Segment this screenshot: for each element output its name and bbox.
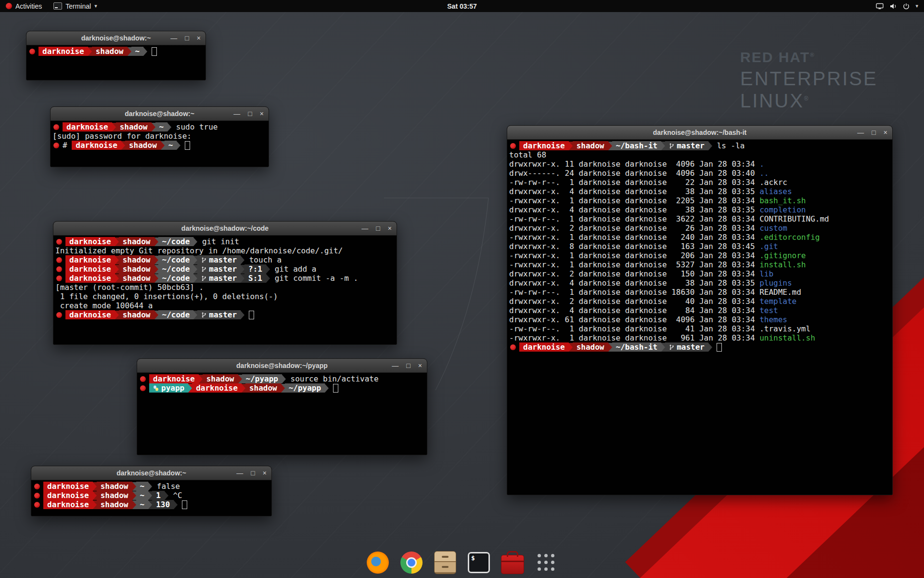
powerline-separator: [266, 265, 270, 274]
minimize-button[interactable]: —: [857, 129, 864, 136]
maximize-button[interactable]: □: [872, 129, 875, 136]
terminal-window-home-1[interactable]: darknoise@shadow:~ — □ × darknoiseshadow…: [26, 31, 206, 80]
powerline-separator: [708, 142, 712, 150]
window-titlebar[interactable]: darknoise@shadow:~/pyapp — □ ×: [137, 359, 427, 373]
dock-chrome-icon[interactable]: [399, 550, 424, 575]
terminal-content[interactable]: darknoiseshadow~ falsedarknoiseshadow~1 …: [31, 480, 271, 516]
terminal-content[interactable]: darknoiseshadow~ sudo true[sudo] passwor…: [51, 121, 269, 167]
terminal-text: .editorconfig: [759, 233, 820, 242]
prompt-segment-host: shadow: [573, 141, 608, 150]
terminal-text: -rwxrwxr-x. 1 darknoise darknoise 5327 J…: [509, 260, 759, 269]
powerline-separator: [88, 47, 92, 56]
gnome-top-bar: Activities Terminal ▾ Sat 03:57 ▾: [0, 0, 924, 12]
powerline-separator: [177, 141, 180, 150]
terminal-window-bash-it[interactable]: darknoise@shadow:~/bash-it — □ × darknoi…: [507, 125, 893, 495]
maximize-button[interactable]: □: [406, 362, 410, 369]
clock[interactable]: Sat 03:57: [447, 2, 476, 10]
terminal-line: 1 file changed, 0 insertions(+), 0 delet…: [55, 292, 395, 301]
prompt-segment-stat: 1: [152, 491, 165, 500]
dock-toolbox-icon[interactable]: [500, 550, 525, 575]
window-titlebar[interactable]: darknoise@shadow:~ — □ ×: [51, 107, 269, 121]
terminal-text: [master (root-commit) 50bcb63] .: [55, 283, 204, 292]
dock-show-applications-icon[interactable]: [534, 550, 559, 575]
powerline-separator: [193, 311, 197, 319]
window-titlebar[interactable]: darknoise@shadow:~ — □ ×: [26, 31, 205, 45]
minimize-button[interactable]: —: [233, 110, 240, 117]
terminal-window-home-2[interactable]: darknoise@shadow:~ — □ × darknoiseshadow…: [31, 466, 272, 516]
terminal-content[interactable]: darknoiseshadow~/code git initInitialize…: [53, 236, 397, 345]
terminal-text: drwxrwxr-x. 61 darknoise darknoise 4096 …: [509, 315, 759, 324]
maximize-button[interactable]: □: [248, 110, 252, 117]
window-controls: — □ ×: [361, 222, 392, 235]
minimize-button[interactable]: —: [236, 470, 243, 476]
prompt-segment-host: shadow: [119, 310, 154, 319]
dock-terminal-icon[interactable]: $: [466, 550, 491, 575]
terminal-text: #: [63, 141, 72, 150]
dock: $: [365, 550, 559, 575]
terminal-text: -rw-rw-r--. 1 darknoise darknoise 3622 J…: [509, 214, 829, 223]
prompt-segment-path: ~: [136, 482, 149, 491]
fedora-prompt-icon: [56, 257, 62, 263]
minimize-button[interactable]: —: [170, 35, 177, 41]
prompt-segment-path: ~/code: [158, 274, 194, 283]
window-titlebar[interactable]: darknoise@shadow:~ — □ ×: [31, 466, 271, 480]
prompt-segment-path: ~/bash-it: [612, 342, 662, 352]
terminal-text: drwxrwxr-x. 2 darknoise darknoise 40 Jan…: [509, 297, 759, 306]
activities-button[interactable]: Activities: [0, 0, 48, 12]
maximize-button[interactable]: □: [251, 470, 255, 476]
powerline-separator: [148, 482, 152, 491]
terminal-content[interactable]: darknoiseshadow~: [26, 45, 205, 80]
terminal-text: .git: [759, 242, 778, 251]
close-button[interactable]: ×: [388, 225, 392, 232]
terminal-text: .: [759, 159, 764, 169]
terminal-text: -rwxrwxr-x. 1 darknoise darknoise 240 Ja…: [509, 233, 759, 242]
terminal-line: drwxrwxr-x. 2 darknoise darknoise 40 Jan…: [509, 297, 890, 306]
terminal-text: .gitignore: [759, 251, 806, 260]
powerline-separator: [161, 141, 165, 150]
dock-files-icon[interactable]: [433, 550, 458, 575]
powerline-separator: [148, 491, 152, 500]
terminal-text: plugins: [759, 278, 792, 288]
minimize-button[interactable]: —: [361, 225, 368, 232]
terminal-window-sudo[interactable]: darknoise@shadow:~ — □ × darknoiseshadow…: [50, 106, 269, 167]
terminal-text: -rwxrwxr-x. 1 darknoise darknoise 961 Ja…: [509, 333, 759, 342]
terminal-line: [sudo] password for darknoise:: [52, 131, 267, 141]
terminal-line: drwxrwxr-x. 11 darknoise darknoise 4096 …: [509, 159, 890, 169]
powerline-separator: [115, 256, 119, 264]
terminal-text: themes: [759, 315, 787, 324]
terminal-text: drwxrwxr-x. 4 darknoise darknoise 38 Jan…: [509, 187, 759, 196]
terminal-window-pyapp[interactable]: darknoise@shadow:~/pyapp — □ × darknoise…: [137, 358, 427, 455]
system-status-area[interactable]: ▾: [870, 0, 924, 12]
terminal-line: Initialized empty Git repository in /hom…: [55, 246, 395, 255]
terminal-line: darknoiseshadow~/pyapp source bin/activa…: [139, 374, 425, 383]
terminal-line: darknoiseshadow~/codemaster: [55, 310, 395, 319]
powerline-separator: [569, 343, 573, 352]
close-button[interactable]: ×: [197, 35, 201, 41]
close-button[interactable]: ×: [263, 470, 267, 476]
window-titlebar[interactable]: darknoise@shadow:~/bash-it — □ ×: [507, 126, 892, 140]
terminal-window-code[interactable]: darknoise@shadow:~/code — □ × darknoises…: [53, 221, 397, 345]
powerline-separator: [193, 274, 197, 283]
terminal-text: custom: [759, 223, 787, 233]
prompt-segment-host: shadow: [119, 274, 154, 283]
prompt-segment-path: ~/code: [158, 237, 194, 246]
prompt-segment-git: master: [197, 310, 241, 319]
prompt-segment-git: master: [197, 255, 241, 264]
close-button[interactable]: ×: [260, 110, 264, 117]
fedora-prompt-icon: [34, 502, 40, 508]
dock-firefox-icon[interactable]: [365, 550, 390, 575]
terminal-line: drwxrwxr-x. 2 darknoise darknoise 26 Jan…: [509, 223, 890, 233]
powerline-separator: [154, 256, 158, 264]
app-menu-terminal[interactable]: Terminal ▾: [48, 0, 103, 12]
close-button[interactable]: ×: [418, 362, 422, 369]
window-titlebar[interactable]: darknoise@shadow:~/code — □ ×: [53, 222, 397, 236]
terminal-content[interactable]: darknoiseshadow~/bash-itmaster ls -latot…: [507, 140, 892, 495]
terminal-line: -rwxrwxr-x. 1 darknoise darknoise 2205 J…: [509, 196, 890, 205]
power-icon: [903, 3, 910, 10]
terminal-content[interactable]: darknoiseshadow~/pyapp source bin/activa…: [137, 373, 427, 455]
close-button[interactable]: ×: [884, 129, 887, 136]
minimize-button[interactable]: —: [392, 362, 398, 369]
maximize-button[interactable]: □: [185, 35, 189, 41]
terminal-line: -rw-rw-r--. 1 darknoise darknoise 18630 …: [509, 288, 890, 297]
maximize-button[interactable]: □: [376, 225, 380, 232]
